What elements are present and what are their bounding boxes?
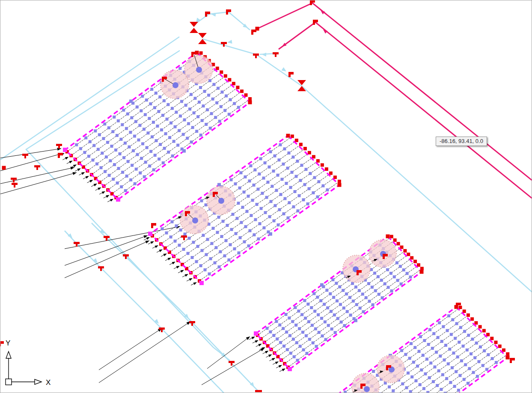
- vertex-grip[interactable]: [395, 261, 398, 264]
- vertex-grip[interactable]: [229, 243, 232, 246]
- vertex-grip[interactable]: [223, 254, 226, 257]
- vertex-grip[interactable]: [336, 317, 339, 320]
- point-marker-flag[interactable]: [191, 52, 196, 54]
- row-end-grip[interactable]: [236, 86, 239, 89]
- vertex-grip[interactable]: [234, 182, 237, 185]
- vertex-grip[interactable]: [206, 238, 209, 241]
- vertex-grip[interactable]: [305, 334, 308, 337]
- vertex-grip[interactable]: [119, 152, 122, 155]
- vertex-grip[interactable]: [167, 151, 170, 154]
- vertex-grip[interactable]: [244, 225, 247, 228]
- vertex-grip[interactable]: [210, 112, 213, 115]
- vertex-grip[interactable]: [455, 322, 458, 325]
- row-end-grip[interactable]: [216, 67, 219, 70]
- row-end-grip[interactable]: [410, 256, 413, 259]
- row-end-grip[interactable]: [312, 155, 315, 158]
- vertex-grip[interactable]: [437, 336, 440, 339]
- vertex-grip[interactable]: [100, 166, 103, 169]
- vertex-grip[interactable]: [206, 108, 209, 111]
- vertex-grip[interactable]: [95, 162, 98, 165]
- vertex-grip[interactable]: [154, 154, 157, 157]
- row-end-grip[interactable]: [397, 242, 400, 245]
- vertex-grip[interactable]: [169, 122, 172, 125]
- vertex-grip[interactable]: [301, 331, 304, 334]
- vertex-grip[interactable]: [456, 355, 459, 358]
- point-marker-flag[interactable]: [313, 20, 318, 22]
- point-marker-flag[interactable]: [213, 192, 218, 194]
- point-marker-flag[interactable]: [162, 79, 164, 82]
- vertex-grip[interactable]: [201, 119, 204, 122]
- vertex-grip[interactable]: [192, 241, 195, 244]
- vertex-grip[interactable]: [274, 204, 277, 207]
- corner-grip[interactable]: [248, 101, 252, 104]
- point-marker-t[interactable]: [11, 178, 17, 180]
- vertex-grip[interactable]: [247, 244, 250, 247]
- vertex-grip[interactable]: [92, 144, 95, 147]
- vertex-grip[interactable]: [89, 140, 92, 143]
- vertex-grip[interactable]: [113, 116, 116, 119]
- field-boundary[interactable]: [256, 236, 422, 369]
- row-end-grip[interactable]: [458, 306, 462, 309]
- vertex-grip[interactable]: [453, 385, 456, 388]
- circle-center-grip[interactable]: [364, 386, 370, 392]
- vertex-grip[interactable]: [372, 370, 375, 373]
- vertex-grip[interactable]: [143, 128, 146, 131]
- row-end-grip[interactable]: [482, 329, 486, 332]
- vertex-grip[interactable]: [166, 118, 169, 121]
- vertex-grip[interactable]: [228, 259, 231, 262]
- point-marker-hourglass[interactable]: [198, 33, 207, 44]
- row-end-grip[interactable]: [240, 89, 244, 93]
- vertex-grip[interactable]: [312, 292, 315, 295]
- corner-grip[interactable]: [506, 356, 510, 360]
- corner-grip-hot[interactable]: [288, 367, 292, 371]
- row-end-grip[interactable]: [224, 74, 227, 77]
- vertex-grip[interactable]: [94, 129, 97, 132]
- point-marker-flag[interactable]: [310, 0, 315, 3]
- point-marker-flag[interactable]: [205, 14, 207, 17]
- vertex-grip[interactable]: [338, 286, 341, 289]
- vertex-grip[interactable]: [161, 227, 164, 230]
- vertex-grip[interactable]: [140, 109, 143, 112]
- point-marker-flag[interactable]: [288, 74, 291, 77]
- vertex-grip[interactable]: [412, 361, 415, 364]
- vertex-grip[interactable]: [279, 193, 282, 196]
- vertex-grip[interactable]: [140, 157, 143, 160]
- vertex-grip[interactable]: [445, 377, 448, 380]
- leader-line[interactable]: [207, 336, 250, 369]
- vertex-grip[interactable]: [273, 155, 276, 158]
- vertex-grip[interactable]: [462, 345, 465, 348]
- vertex-grip[interactable]: [195, 130, 198, 133]
- point-marker-t[interactable]: [183, 238, 185, 240]
- vertex-grip[interactable]: [222, 220, 225, 223]
- point-marker-flag[interactable]: [360, 384, 366, 386]
- row-end-grip[interactable]: [244, 93, 248, 97]
- vertex-grip[interactable]: [125, 127, 128, 130]
- vertex-grip[interactable]: [97, 148, 100, 151]
- vertex-grip[interactable]: [281, 178, 284, 181]
- point-marker-t[interactable]: [159, 328, 165, 330]
- vertex-grip[interactable]: [104, 170, 107, 173]
- vertex-grip[interactable]: [253, 184, 256, 187]
- vertex-grip[interactable]: [427, 343, 430, 346]
- vertex-grip[interactable]: [302, 348, 305, 351]
- point-marker-flag[interactable]: [310, 3, 312, 5]
- vertex-grip[interactable]: [112, 178, 115, 181]
- vertex-grip[interactable]: [202, 104, 205, 107]
- vertex-grip[interactable]: [161, 114, 164, 117]
- vertex-grip[interactable]: [217, 87, 220, 90]
- vertex-grip[interactable]: [186, 137, 189, 140]
- vertex-grip[interactable]: [418, 350, 421, 353]
- vertex-grip[interactable]: [105, 155, 108, 158]
- point-marker-t[interactable]: [273, 52, 279, 54]
- vertex-grip[interactable]: [235, 232, 238, 235]
- point-marker-square[interactable]: [2, 166, 6, 170]
- vertex-grip[interactable]: [285, 330, 288, 333]
- vertex-grip[interactable]: [291, 320, 294, 323]
- corner-grip-hot[interactable]: [254, 331, 258, 336]
- vertex-grip[interactable]: [447, 314, 450, 317]
- vertex-grip[interactable]: [107, 126, 110, 129]
- row-end-grip[interactable]: [291, 134, 294, 138]
- point-marker-t[interactable]: [58, 146, 60, 149]
- vertex-grip[interactable]: [171, 155, 174, 158]
- point-marker-t[interactable]: [34, 165, 40, 167]
